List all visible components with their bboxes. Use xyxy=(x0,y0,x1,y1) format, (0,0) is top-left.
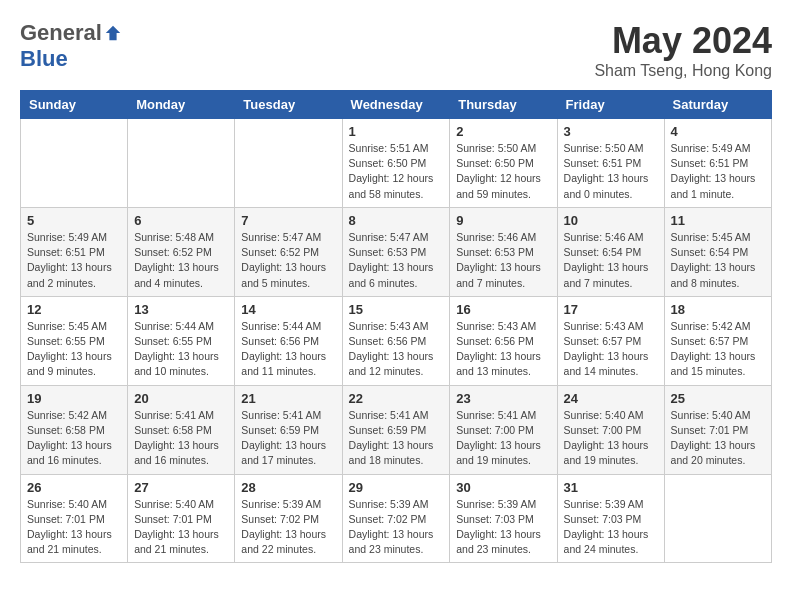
day-number: 8 xyxy=(349,213,444,228)
day-info: Sunrise: 5:39 AMSunset: 7:03 PMDaylight:… xyxy=(456,497,550,558)
calendar-cell: 23Sunrise: 5:41 AMSunset: 7:00 PMDayligh… xyxy=(450,385,557,474)
calendar-cell: 29Sunrise: 5:39 AMSunset: 7:02 PMDayligh… xyxy=(342,474,450,563)
calendar-table: SundayMondayTuesdayWednesdayThursdayFrid… xyxy=(20,90,772,563)
day-of-week-header: Thursday xyxy=(450,91,557,119)
calendar-week-row: 1Sunrise: 5:51 AMSunset: 6:50 PMDaylight… xyxy=(21,119,772,208)
day-number: 9 xyxy=(456,213,550,228)
day-number: 25 xyxy=(671,391,765,406)
day-info: Sunrise: 5:51 AMSunset: 6:50 PMDaylight:… xyxy=(349,141,444,202)
day-number: 1 xyxy=(349,124,444,139)
day-info: Sunrise: 5:49 AMSunset: 6:51 PMDaylight:… xyxy=(27,230,121,291)
day-number: 7 xyxy=(241,213,335,228)
day-number: 20 xyxy=(134,391,228,406)
calendar-cell: 8Sunrise: 5:47 AMSunset: 6:53 PMDaylight… xyxy=(342,207,450,296)
day-number: 27 xyxy=(134,480,228,495)
day-info: Sunrise: 5:47 AMSunset: 6:52 PMDaylight:… xyxy=(241,230,335,291)
day-number: 24 xyxy=(564,391,658,406)
day-number: 26 xyxy=(27,480,121,495)
logo-icon xyxy=(104,24,122,42)
day-info: Sunrise: 5:40 AMSunset: 7:01 PMDaylight:… xyxy=(134,497,228,558)
day-number: 31 xyxy=(564,480,658,495)
day-number: 18 xyxy=(671,302,765,317)
day-number: 29 xyxy=(349,480,444,495)
calendar-cell: 9Sunrise: 5:46 AMSunset: 6:53 PMDaylight… xyxy=(450,207,557,296)
day-info: Sunrise: 5:44 AMSunset: 6:56 PMDaylight:… xyxy=(241,319,335,380)
calendar-cell: 4Sunrise: 5:49 AMSunset: 6:51 PMDaylight… xyxy=(664,119,771,208)
day-of-week-header: Friday xyxy=(557,91,664,119)
day-of-week-header: Wednesday xyxy=(342,91,450,119)
day-number: 22 xyxy=(349,391,444,406)
day-info: Sunrise: 5:45 AMSunset: 6:55 PMDaylight:… xyxy=(27,319,121,380)
calendar-cell: 3Sunrise: 5:50 AMSunset: 6:51 PMDaylight… xyxy=(557,119,664,208)
day-info: Sunrise: 5:43 AMSunset: 6:57 PMDaylight:… xyxy=(564,319,658,380)
day-info: Sunrise: 5:42 AMSunset: 6:58 PMDaylight:… xyxy=(27,408,121,469)
day-of-week-header: Sunday xyxy=(21,91,128,119)
calendar-cell: 26Sunrise: 5:40 AMSunset: 7:01 PMDayligh… xyxy=(21,474,128,563)
day-number: 2 xyxy=(456,124,550,139)
day-info: Sunrise: 5:46 AMSunset: 6:53 PMDaylight:… xyxy=(456,230,550,291)
day-info: Sunrise: 5:41 AMSunset: 6:59 PMDaylight:… xyxy=(349,408,444,469)
calendar-cell: 21Sunrise: 5:41 AMSunset: 6:59 PMDayligh… xyxy=(235,385,342,474)
day-info: Sunrise: 5:43 AMSunset: 6:56 PMDaylight:… xyxy=(456,319,550,380)
calendar-header-row: SundayMondayTuesdayWednesdayThursdayFrid… xyxy=(21,91,772,119)
calendar-cell: 1Sunrise: 5:51 AMSunset: 6:50 PMDaylight… xyxy=(342,119,450,208)
day-info: Sunrise: 5:48 AMSunset: 6:52 PMDaylight:… xyxy=(134,230,228,291)
calendar-cell: 18Sunrise: 5:42 AMSunset: 6:57 PMDayligh… xyxy=(664,296,771,385)
day-of-week-header: Saturday xyxy=(664,91,771,119)
calendar-cell: 5Sunrise: 5:49 AMSunset: 6:51 PMDaylight… xyxy=(21,207,128,296)
day-info: Sunrise: 5:45 AMSunset: 6:54 PMDaylight:… xyxy=(671,230,765,291)
day-info: Sunrise: 5:39 AMSunset: 7:02 PMDaylight:… xyxy=(241,497,335,558)
day-number: 19 xyxy=(27,391,121,406)
day-number: 12 xyxy=(27,302,121,317)
day-info: Sunrise: 5:50 AMSunset: 6:50 PMDaylight:… xyxy=(456,141,550,202)
logo-general: General xyxy=(20,20,102,46)
day-info: Sunrise: 5:43 AMSunset: 6:56 PMDaylight:… xyxy=(349,319,444,380)
calendar-cell: 14Sunrise: 5:44 AMSunset: 6:56 PMDayligh… xyxy=(235,296,342,385)
location: Sham Tseng, Hong Kong xyxy=(594,62,772,80)
day-info: Sunrise: 5:39 AMSunset: 7:02 PMDaylight:… xyxy=(349,497,444,558)
calendar-week-row: 5Sunrise: 5:49 AMSunset: 6:51 PMDaylight… xyxy=(21,207,772,296)
day-number: 15 xyxy=(349,302,444,317)
day-number: 17 xyxy=(564,302,658,317)
day-info: Sunrise: 5:41 AMSunset: 6:59 PMDaylight:… xyxy=(241,408,335,469)
day-info: Sunrise: 5:42 AMSunset: 6:57 PMDaylight:… xyxy=(671,319,765,380)
title-block: May 2024 Sham Tseng, Hong Kong xyxy=(594,20,772,80)
day-number: 11 xyxy=(671,213,765,228)
calendar-cell: 20Sunrise: 5:41 AMSunset: 6:58 PMDayligh… xyxy=(128,385,235,474)
month-title: May 2024 xyxy=(594,20,772,62)
day-number: 14 xyxy=(241,302,335,317)
calendar-cell: 25Sunrise: 5:40 AMSunset: 7:01 PMDayligh… xyxy=(664,385,771,474)
day-info: Sunrise: 5:41 AMSunset: 7:00 PMDaylight:… xyxy=(456,408,550,469)
calendar-cell: 17Sunrise: 5:43 AMSunset: 6:57 PMDayligh… xyxy=(557,296,664,385)
day-info: Sunrise: 5:39 AMSunset: 7:03 PMDaylight:… xyxy=(564,497,658,558)
calendar-cell: 19Sunrise: 5:42 AMSunset: 6:58 PMDayligh… xyxy=(21,385,128,474)
calendar-cell: 22Sunrise: 5:41 AMSunset: 6:59 PMDayligh… xyxy=(342,385,450,474)
calendar-week-row: 19Sunrise: 5:42 AMSunset: 6:58 PMDayligh… xyxy=(21,385,772,474)
day-info: Sunrise: 5:49 AMSunset: 6:51 PMDaylight:… xyxy=(671,141,765,202)
calendar-cell: 30Sunrise: 5:39 AMSunset: 7:03 PMDayligh… xyxy=(450,474,557,563)
calendar-cell: 6Sunrise: 5:48 AMSunset: 6:52 PMDaylight… xyxy=(128,207,235,296)
calendar-cell: 24Sunrise: 5:40 AMSunset: 7:00 PMDayligh… xyxy=(557,385,664,474)
day-info: Sunrise: 5:40 AMSunset: 7:01 PMDaylight:… xyxy=(27,497,121,558)
day-info: Sunrise: 5:47 AMSunset: 6:53 PMDaylight:… xyxy=(349,230,444,291)
day-number: 4 xyxy=(671,124,765,139)
calendar-cell: 31Sunrise: 5:39 AMSunset: 7:03 PMDayligh… xyxy=(557,474,664,563)
day-number: 30 xyxy=(456,480,550,495)
calendar-cell: 28Sunrise: 5:39 AMSunset: 7:02 PMDayligh… xyxy=(235,474,342,563)
calendar-cell: 12Sunrise: 5:45 AMSunset: 6:55 PMDayligh… xyxy=(21,296,128,385)
svg-marker-0 xyxy=(106,26,120,40)
day-info: Sunrise: 5:50 AMSunset: 6:51 PMDaylight:… xyxy=(564,141,658,202)
logo-blue: Blue xyxy=(20,46,68,72)
day-of-week-header: Tuesday xyxy=(235,91,342,119)
calendar-cell xyxy=(21,119,128,208)
calendar-cell: 10Sunrise: 5:46 AMSunset: 6:54 PMDayligh… xyxy=(557,207,664,296)
calendar-cell: 2Sunrise: 5:50 AMSunset: 6:50 PMDaylight… xyxy=(450,119,557,208)
calendar-cell: 7Sunrise: 5:47 AMSunset: 6:52 PMDaylight… xyxy=(235,207,342,296)
logo: General Blue xyxy=(20,20,122,72)
day-info: Sunrise: 5:44 AMSunset: 6:55 PMDaylight:… xyxy=(134,319,228,380)
page-header: General Blue May 2024 Sham Tseng, Hong K… xyxy=(20,20,772,80)
calendar-cell: 13Sunrise: 5:44 AMSunset: 6:55 PMDayligh… xyxy=(128,296,235,385)
calendar-cell: 11Sunrise: 5:45 AMSunset: 6:54 PMDayligh… xyxy=(664,207,771,296)
calendar-cell xyxy=(664,474,771,563)
calendar-cell: 15Sunrise: 5:43 AMSunset: 6:56 PMDayligh… xyxy=(342,296,450,385)
